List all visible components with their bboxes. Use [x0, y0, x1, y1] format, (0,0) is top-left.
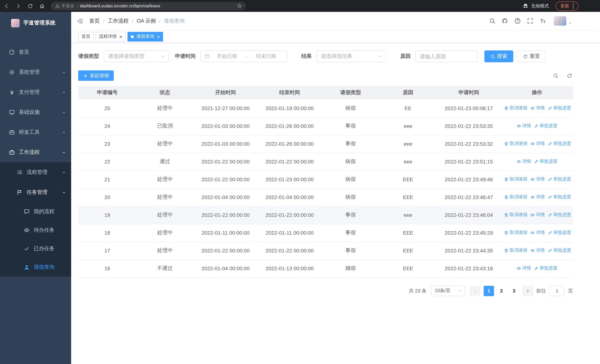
forward-icon[interactable] [16, 3, 21, 9]
approval-progress-link[interactable]: 审批进度 [534, 159, 557, 165]
sidebar-item-my-process[interactable]: 我的流程 [0, 202, 71, 221]
detail-link[interactable]: 详情 [530, 194, 545, 200]
cell-reason: eee [379, 206, 437, 224]
cell-apply-time: 2022-01-22 23:53:32 [437, 135, 501, 153]
user-avatar[interactable] [554, 16, 572, 26]
refresh-table-icon[interactable] [567, 73, 572, 78]
fullscreen-icon[interactable] [527, 18, 533, 24]
sidebar-item-leave-query[interactable]: 请假查询 [0, 258, 71, 277]
result-select[interactable]: 请选择流结果 [317, 50, 386, 62]
sidebar-item-done-tasks[interactable]: 已办任务 [0, 239, 71, 258]
cell-apply-time: 2022-01-22 23:49:46 [437, 170, 501, 188]
cell-apply-time: 2022-01-22 23:44:35 [437, 242, 501, 260]
detail-link[interactable]: 详情 [530, 212, 545, 218]
update-label: 更新 [560, 3, 569, 9]
approval-progress-link[interactable]: 审批进度 [548, 105, 571, 111]
detail-link[interactable]: 详情 [530, 247, 545, 254]
action-label: 详情 [536, 247, 545, 254]
sidebar-toggle-icon[interactable] [77, 18, 83, 24]
close-icon[interactable]: × [157, 34, 160, 39]
detail-link[interactable]: 详情 [530, 105, 545, 111]
approval-progress-link[interactable]: 审批进度 [534, 123, 557, 129]
github-icon[interactable] [502, 18, 508, 24]
detail-link[interactable]: 详情 [517, 265, 531, 271]
sidebar-item-process-mgmt[interactable]: 流程管理 [0, 162, 71, 182]
reset-button[interactable]: 重置 [517, 50, 546, 62]
font-size-icon[interactable] [540, 18, 546, 24]
bookmark-star-icon[interactable] [237, 3, 242, 9]
page-button-3[interactable]: 3 [509, 286, 519, 296]
approval-progress-link[interactable]: 审批进度 [548, 247, 571, 254]
page-button-1[interactable]: 1 [484, 286, 494, 296]
approval-progress-link[interactable]: 审批进度 [548, 212, 571, 218]
url-text[interactable]: dashboard.yudao.iocoder.cn/bpm/oa/leave [80, 4, 234, 8]
edit-icon [548, 231, 552, 235]
approval-progress-link[interactable]: 审批进度 [548, 230, 571, 236]
page-size-select[interactable]: 10条/页 [431, 286, 465, 296]
tab-process-detail[interactable]: 流程详情× [96, 32, 126, 41]
page-size-value: 10条/页 [435, 288, 458, 294]
cancel-leave-link[interactable]: 取消请假 [504, 141, 527, 147]
breadcrumb-item[interactable]: 首页 [89, 18, 100, 24]
total-count: 共 23 条 [409, 288, 427, 294]
cancel-leave-link[interactable]: 取消请假 [504, 230, 527, 236]
cancel-leave-link[interactable]: 取消请假 [504, 194, 527, 200]
breadcrumb-item[interactable]: 工作流程 [108, 18, 129, 24]
reason-input[interactable] [415, 50, 477, 62]
breadcrumb-item[interactable]: OA 示例 [137, 18, 156, 24]
detail-link[interactable]: 详情 [530, 230, 545, 236]
sidebar-item-workflow[interactable]: 工作流程 [0, 142, 71, 162]
goto-page-input[interactable] [550, 286, 564, 296]
prev-page-button[interactable] [469, 286, 481, 296]
search-button[interactable]: 搜索 [484, 50, 513, 62]
sidebar-item-payment-mgmt[interactable]: ¥支付管理 [0, 82, 71, 102]
url-bar[interactable]: 不安全 dashboard.yudao.iocoder.cn/bpm/oa/le… [51, 2, 246, 10]
sidebar-item-dev-tools[interactable]: 研发工具 [0, 122, 71, 142]
home-icon[interactable] [39, 3, 45, 9]
apply-time-range-picker[interactable]: 开始日期 - 结束日期 [200, 50, 287, 62]
detail-link[interactable]: 详情 [530, 176, 545, 183]
toggle-search-icon[interactable] [553, 73, 559, 78]
update-button[interactable]: 更新 [555, 1, 579, 10]
chat-icon [23, 209, 30, 215]
action-label: 详情 [522, 159, 531, 165]
cancel-leave-link[interactable]: 取消请假 [504, 212, 527, 218]
detail-link[interactable]: 详情 [517, 123, 531, 129]
browser-menu-icon[interactable] [572, 3, 574, 9]
sidebar-item-todo-tasks[interactable]: 待办任务 [0, 221, 71, 239]
close-icon[interactable]: × [119, 34, 122, 39]
sidebar-item-system-mgmt[interactable]: 系统管理 [0, 62, 71, 82]
back-icon[interactable] [4, 3, 9, 9]
sidebar-item-infrastructure[interactable]: 基础设施 [0, 102, 71, 122]
cell-end-time: 2022-01-23 00:00:00 [258, 170, 322, 188]
action-label: 审批进度 [553, 194, 571, 200]
cell-actions: 取消请假详情审批进度 [501, 99, 573, 117]
help-icon[interactable] [514, 18, 521, 24]
action-label: 审批进度 [553, 247, 571, 254]
next-page-button[interactable] [522, 286, 533, 296]
view-icon [530, 177, 535, 182]
leave-type-select[interactable]: 请选择请假类型 [104, 50, 169, 62]
create-leave-button[interactable]: 发起请假 [78, 70, 114, 81]
app-logo[interactable]: 芋道管理系统 [0, 12, 71, 34]
reload-icon[interactable] [28, 3, 33, 9]
cancel-leave-link[interactable]: 取消请假 [504, 105, 527, 111]
detail-link[interactable]: 详情 [517, 159, 531, 165]
approval-progress-link[interactable]: 审批进度 [548, 176, 571, 183]
cancel-leave-link[interactable]: 取消请假 [504, 176, 527, 183]
approval-progress-link[interactable]: 审批进度 [534, 265, 557, 271]
detail-link[interactable]: 详情 [530, 141, 545, 147]
approval-progress-link[interactable]: 审批进度 [548, 141, 571, 147]
header-search-icon[interactable] [489, 18, 496, 24]
sidebar-item-home[interactable]: 首页 [0, 42, 71, 62]
cancel-leave-link[interactable]: 取消请假 [504, 247, 527, 254]
chevron-down-icon [378, 54, 382, 59]
sidebar-item-task-mgmt[interactable]: 任务管理 [0, 182, 71, 202]
tab-home[interactable]: 首页 [78, 32, 94, 41]
page-button-2[interactable]: 2 [496, 286, 506, 296]
tab-leave-query[interactable]: 请假查询× [128, 32, 163, 41]
approval-progress-link[interactable]: 审批进度 [548, 194, 571, 200]
security-chip[interactable]: 不安全 [55, 3, 74, 9]
sidebar-item-label: 流程管理 [27, 169, 47, 176]
sidebar-item-label: 研发工具 [19, 129, 40, 136]
